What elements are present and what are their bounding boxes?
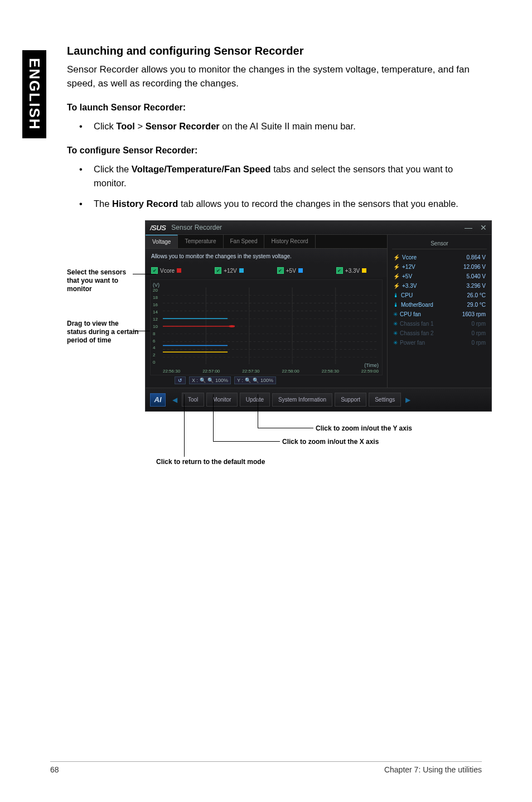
app-footer: AI ◀ Tool Monitor Update System Informat… — [146, 388, 491, 411]
thermometer-icon: 🌡 — [393, 292, 399, 298]
svg-point-13 — [229, 325, 235, 327]
configure-step-2: The History Record tab allows you to rec… — [67, 197, 482, 211]
callout-zoom-y: Click to zoom in/out the Y axis — [316, 424, 412, 432]
close-button[interactable]: ✕ — [480, 223, 487, 232]
sensor-row: 🌡MotherBoard29.0 °C — [392, 300, 487, 310]
chart-y-label: (V) — [153, 282, 159, 288]
language-tab: ENGLISH — [22, 50, 46, 138]
footer-settings-button[interactable]: Settings — [369, 393, 401, 407]
check-12v[interactable]: ✔+12V — [215, 267, 244, 274]
ai-suite-logo: AI — [150, 393, 166, 407]
configure-heading: To configure Sensor Recorder: — [67, 146, 482, 156]
chart-x-ticks: 22:56:3022:57:0022:57:3022:58:0022:58:30… — [163, 369, 379, 374]
sensor-row: ✳Power fan0 rpm — [392, 338, 487, 347]
sensor-checklist: ✔Vcore ✔+12V ✔+5V ✔+3.3V — [146, 264, 387, 277]
callout-zoom-x: Click to zoom in/out the X axis — [282, 438, 379, 446]
tab-description: Allows you to monitor the changes in the… — [146, 249, 387, 264]
chart-svg — [163, 288, 379, 365]
figure-wrap: Select the sensors that you want to moni… — [67, 220, 482, 412]
callout-reset: Click to return to the default mode — [156, 458, 265, 466]
reset-zoom-button[interactable]: ↺ — [175, 376, 186, 384]
bolt-icon: ⚡ — [393, 264, 400, 270]
launch-heading: To launch Sensor Recorder: — [67, 103, 482, 113]
chart-y-ticks: 20181614121086420 — [153, 288, 158, 365]
zoom-out-icon: 🔍 — [207, 378, 214, 383]
nav-left-icon[interactable]: ◀ — [170, 396, 180, 404]
check-vcore[interactable]: ✔Vcore — [151, 267, 181, 274]
voltage-chart[interactable]: (V) (Time) 20181614121086420 — [150, 279, 383, 375]
fan-icon: ✳ — [393, 311, 398, 317]
sensor-row: ⚡+5V5.040 V — [392, 272, 487, 281]
bolt-icon: ⚡ — [393, 283, 400, 289]
check-5v[interactable]: ✔+5V — [277, 267, 303, 274]
sensor-recorder-window: /SUS Sensor Recorder — ✕ Voltage Tempera… — [145, 220, 492, 412]
language-label: ENGLISH — [26, 58, 43, 131]
section-heading: Launching and configuring Sensor Recorde… — [67, 45, 482, 57]
fan-icon: ✳ — [393, 340, 398, 346]
minimize-button[interactable]: — — [465, 223, 472, 232]
thermometer-icon: 🌡 — [393, 302, 399, 308]
zoom-x-control[interactable]: X :🔍🔍100% — [189, 376, 231, 384]
page-footer: 68 Chapter 7: Using the utilities — [50, 761, 482, 774]
sensor-row: ✳Chassis fan 10 rpm — [392, 319, 487, 328]
fan-icon: ✳ — [393, 330, 398, 336]
footer-sysinfo-button[interactable]: System Information — [272, 393, 332, 407]
check-3v3[interactable]: ✔+3.3V — [336, 267, 366, 274]
zoom-bar: ↺ X :🔍🔍100% Y :🔍🔍100% — [146, 376, 387, 388]
tab-fan-speed[interactable]: Fan Speed — [224, 235, 265, 248]
zoom-in-icon: 🔍 — [200, 378, 206, 383]
tab-bar: Voltage Temperature Fan Speed History Re… — [146, 235, 387, 249]
callout-select-sensors: Select the sensors that you want to moni… — [67, 268, 139, 293]
bolt-icon: ⚡ — [393, 273, 400, 279]
sensor-panel-title: Sensor — [392, 238, 487, 249]
brand-logo: /SUS — [150, 224, 166, 232]
tab-voltage[interactable]: Voltage — [146, 235, 178, 248]
zoom-in-icon: 🔍 — [245, 378, 251, 383]
tab-history-record[interactable]: History Record — [264, 235, 315, 248]
sensor-row: ✳CPU fan1603 rpm — [392, 310, 487, 319]
page-number: 68 — [50, 765, 59, 774]
intro-text: Sensor Recorder allows you to monitor th… — [67, 63, 482, 90]
tab-temperature[interactable]: Temperature — [178, 235, 223, 248]
zoom-out-icon: 🔍 — [253, 378, 259, 383]
sensor-row: ⚡+3.3V3.296 V — [392, 281, 487, 291]
footer-support-button[interactable]: Support — [335, 393, 366, 407]
footer-update-button[interactable]: Update — [240, 393, 270, 407]
footer-monitor-button[interactable]: Monitor — [206, 393, 237, 407]
titlebar: /SUS Sensor Recorder — ✕ — [146, 221, 491, 235]
sensor-row: ⚡Vcore0.864 V — [392, 253, 487, 262]
bolt-icon: ⚡ — [393, 254, 400, 260]
fan-icon: ✳ — [393, 321, 398, 327]
callout-drag-view: Drag to view the status during a certain… — [67, 320, 139, 345]
sensor-panel: Sensor ⚡Vcore0.864 V ⚡+12V12.096 V ⚡+5V5… — [388, 235, 491, 388]
sensor-row: ✳Chassis fan 20 rpm — [392, 328, 487, 338]
sensor-row: ⚡+12V12.096 V — [392, 262, 487, 272]
chapter-label: Chapter 7: Using the utilities — [384, 765, 482, 774]
sensor-row: 🌡CPU26.0 °C — [392, 291, 487, 300]
window-title: Sensor Recorder — [171, 224, 222, 231]
footer-tool-button[interactable]: Tool — [182, 393, 204, 407]
configure-step-1: Click the Voltage/Temperature/Fan Speed … — [67, 162, 482, 190]
launch-step: Click Tool > Sensor Recorder on the AI S… — [67, 119, 482, 133]
nav-right-icon[interactable]: ▶ — [403, 396, 413, 404]
zoom-y-control[interactable]: Y :🔍🔍100% — [234, 376, 276, 384]
